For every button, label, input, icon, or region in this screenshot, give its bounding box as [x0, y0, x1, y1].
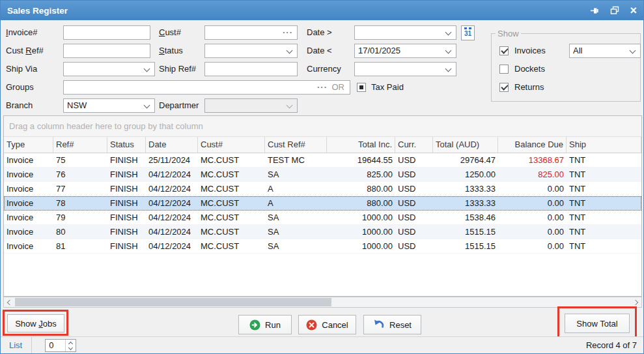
invoices-filter-combo[interactable]: All [569, 44, 641, 58]
cell-cust: MC.CUST [198, 153, 265, 167]
column-header-ref[interactable]: Ref# [53, 137, 107, 153]
cell-ship: TNT [567, 196, 641, 210]
cell-cust: MC.CUST [198, 168, 265, 181]
dockets-checkbox[interactable] [499, 65, 509, 74]
cell-type: Invoice [4, 196, 53, 210]
currency-label: Currency [307, 62, 341, 76]
cell-type: Invoice [4, 239, 53, 253]
pin-icon[interactable] [590, 6, 600, 16]
branch-combo[interactable]: NSW [63, 98, 155, 113]
tax-paid-checkbox[interactable] [357, 83, 366, 92]
column-header-cust[interactable]: Cust# [198, 137, 265, 153]
cell-totalinc: 19644.55 [327, 153, 395, 167]
table-row[interactable]: Invoice75FINISH25/11/2024MC.CUSTTEST MC1… [4, 153, 641, 168]
column-header-totalaud[interactable]: Total (AUD) [433, 137, 498, 153]
cell-totalaud: 29764.47 [433, 153, 498, 167]
table-row[interactable]: Invoice80FINISH04/12/2024MC.CUSTSA1000.0… [4, 225, 641, 239]
cell-totalinc: 880.00 [327, 182, 395, 196]
branch-label: Branch [6, 98, 33, 113]
sales-register-window: Sales Register × Invoice# Cust# ··· Date… [0, 0, 644, 354]
cell-totalaud: 1515.15 [433, 225, 498, 239]
restore-window-icon[interactable] [610, 6, 619, 15]
cust-ref-input[interactable] [63, 44, 150, 58]
cell-ref: 80 [53, 225, 107, 239]
chevron-down-icon [144, 66, 150, 72]
cell-curr: USD [395, 225, 433, 239]
column-header-date[interactable]: Date [146, 137, 198, 153]
cancel-button[interactable]: Cancel [298, 315, 356, 334]
date-to-combo[interactable]: 17/01/2025 [354, 44, 456, 58]
cell-totalinc: 825.00 [327, 168, 395, 181]
quantity-stepper[interactable]: 0 [45, 339, 76, 352]
cell-status: FINISH [107, 196, 146, 210]
department-combo[interactable] [204, 98, 298, 113]
ship-ref-label: Ship Ref# [159, 62, 196, 76]
groups-or-label[interactable]: OR [332, 81, 345, 94]
scroll-left-icon[interactable] [7, 300, 12, 305]
column-header-custref[interactable]: Cust Ref# [265, 137, 327, 153]
table-row[interactable]: Invoice81FINISH04/12/2024MC.CUSTSA1000.0… [4, 239, 641, 254]
chevron-down-icon [445, 66, 452, 72]
column-header-balance[interactable]: Balance Due [498, 137, 567, 153]
column-header-totalinc[interactable]: Total Inc. [327, 137, 395, 153]
record-counter: Record 4 of 7 [586, 340, 637, 350]
groups-ellipsis-button[interactable]: ··· [317, 81, 328, 93]
cell-balance: 0.00 [498, 239, 567, 253]
show-total-button[interactable]: Show Total [565, 314, 630, 333]
column-header-ship[interactable]: Ship [567, 137, 641, 153]
scrollbar-thumb[interactable] [15, 298, 331, 306]
groups-input[interactable]: ··· OR [63, 80, 350, 95]
cell-ref: 79 [53, 211, 107, 224]
column-header-curr[interactable]: Curr. [395, 137, 433, 153]
table-row[interactable]: Invoice77FINISH04/12/2024MC.CUSTA880.00U… [4, 182, 641, 196]
cell-date: 04/12/2024 [146, 239, 198, 253]
groups-label: Groups [6, 80, 34, 95]
cell-cust: MC.CUST [198, 211, 265, 224]
cell-curr: USD [395, 153, 433, 167]
cell-status: FINISH [107, 225, 146, 239]
scroll-right-icon[interactable] [633, 300, 638, 305]
reset-button[interactable]: Reset [363, 315, 421, 334]
stepper-arrows[interactable] [65, 340, 76, 351]
cell-cust: MC.CUST [198, 239, 265, 253]
cell-ref: 75 [53, 153, 107, 167]
table-row[interactable]: Invoice79FINISH04/12/2024MC.CUSTSA1000.0… [4, 211, 641, 225]
currency-combo[interactable] [354, 62, 456, 76]
cell-cust: MC.CUST [198, 225, 265, 239]
ship-ref-input[interactable] [204, 62, 298, 76]
close-icon[interactable]: × [630, 6, 637, 15]
cell-type: Invoice [4, 182, 53, 196]
cell-balance: 13368.67 [498, 153, 567, 167]
run-button[interactable]: Run [238, 315, 292, 334]
column-header-status[interactable]: Status [107, 137, 146, 153]
cell-status: FINISH [107, 239, 146, 253]
list-tab[interactable]: List [9, 340, 22, 350]
show-jobs-button[interactable]: Show Jobs [7, 314, 64, 332]
cell-totalaud: 1333.33 [433, 182, 498, 196]
cell-custref: TEST MC [265, 153, 327, 167]
ship-via-combo[interactable] [63, 62, 155, 76]
calendar-icon[interactable]: 31 [461, 25, 475, 40]
cell-totalaud: 1250.00 [433, 168, 498, 181]
group-by-band[interactable]: Drag a column header here to group by th… [4, 116, 641, 137]
cell-curr: USD [395, 239, 433, 253]
cell-custref: SA [265, 225, 327, 239]
table-row[interactable]: Invoice78FINISH04/12/2024MC.CUSTA880.00U… [4, 196, 641, 211]
cell-custref: SA [265, 168, 327, 181]
invoice-label: Invoice# [6, 25, 37, 40]
status-combo[interactable] [204, 44, 298, 58]
cell-totalinc: 880.00 [327, 196, 395, 210]
horizontal-scrollbar[interactable] [3, 297, 642, 308]
cell-curr: USD [395, 168, 433, 181]
tax-paid-label: Tax Paid [371, 80, 404, 95]
invoices-checkbox[interactable] [499, 46, 509, 55]
returns-checkbox[interactable] [499, 83, 509, 92]
cell-totalinc: 1000.00 [327, 225, 395, 239]
column-header-type[interactable]: Type [4, 137, 53, 153]
cell-totalinc: 1000.00 [327, 239, 395, 253]
table-row[interactable]: Invoice76FINISH04/12/2024MC.CUSTSA825.00… [4, 168, 641, 182]
date-from-combo[interactable] [354, 25, 456, 40]
cust-lookup-ellipsis-button[interactable]: ··· [283, 26, 293, 38]
cust-input[interactable]: ··· [204, 25, 298, 40]
invoice-input[interactable] [63, 25, 150, 40]
